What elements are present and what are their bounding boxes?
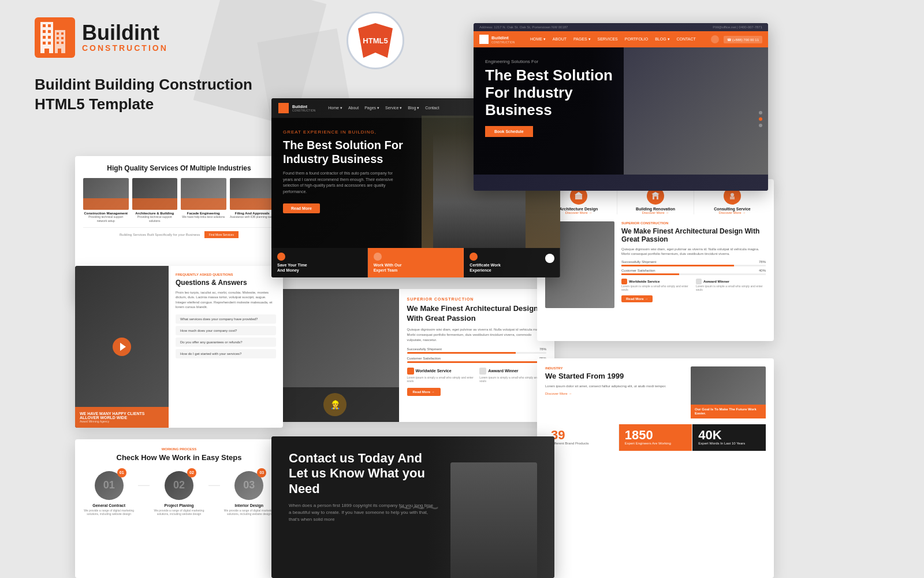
faq-item-3[interactable]: Do you offer any guarantees or refunds? <box>176 338 276 347</box>
arch-right-feature-2: Awward Winner Lorem ipsum is simple a sm… <box>696 279 766 292</box>
arch-right-stat-2: Customer Satisfaction 40% <box>621 269 766 275</box>
hero-bottom-card-3-title: Certificate WorkExperience <box>470 262 554 273</box>
history-stat-1: 39 Different Brand Products <box>545 424 619 451</box>
faq-video-overlay: WE HAVE MANY HAPPY CLIENTS ALLOVER WORLD… <box>75 407 169 428</box>
svg-rect-4 <box>43 30 46 33</box>
process-badge: WORKING PROCESS <box>83 447 275 451</box>
play-button[interactable] <box>113 338 131 356</box>
process-step-2: 02 02 Project Planing We provide a range… <box>153 471 204 516</box>
faq-video: WE HAVE MANY HAPPY CLIENTS ALLOVER WORLD… <box>75 266 169 428</box>
svg-rect-17 <box>61 42 64 44</box>
hero-bottom-card-2: Work With OurExpert Team <box>368 248 464 277</box>
process-steps: 01 01 General Contract We provide a rang… <box>83 471 275 516</box>
svg-rect-19 <box>575 195 582 199</box>
arch-right-read-more-button[interactable]: Read More → <box>621 295 653 302</box>
services-find-more-button[interactable]: Find More Services <box>204 231 239 238</box>
process-step-circle-1: 01 01 <box>95 471 124 500</box>
process-step-num-1: 01 <box>103 479 115 491</box>
contact-squiggle: ~~~ <box>398 494 439 520</box>
history-stat-label-1: Different Brand Products <box>551 442 613 446</box>
history-image-overlay: Our Goal Is To Make The Future Work Easi… <box>691 405 766 418</box>
svg-rect-12 <box>57 32 59 35</box>
hero-bottom-card-1-title: Save Your TimeAnd Money <box>277 262 362 273</box>
faq-item-4[interactable]: How do I get started with your services? <box>176 349 276 358</box>
arch-feature-1: Worldwide Service Lorem ipsum is simply … <box>407 368 474 383</box>
hero-bottom-card-3: Certificate WorkExperience <box>464 248 560 277</box>
faq-item-2[interactable]: How much does your company cost? <box>176 326 276 335</box>
history-inner: INDUSTRY We Started From 1999 Lorem ipsu… <box>537 358 774 578</box>
history-text: INDUSTRY We Started From 1999 Lorem ipsu… <box>545 366 685 395</box>
arch-left-image: 👷 <box>271 289 399 422</box>
arch-services-list: Architecture Design Discover More → Buil… <box>545 187 766 214</box>
history-card: INDUSTRY We Started From 1999 Lorem ipsu… <box>537 358 774 578</box>
history-discover[interactable]: Discover More → <box>545 392 685 395</box>
svg-rect-5 <box>48 30 51 33</box>
arch-service-name-2: Building Renovation <box>622 207 689 211</box>
history-stats: 39 Different Brand Products 1850 Expert … <box>545 424 766 451</box>
arch-right-desc: Quisque dignissim wisi diam, eget pulvin… <box>621 247 766 257</box>
history-title: We Started From 1999 <box>545 372 685 381</box>
svg-rect-13 <box>61 32 64 35</box>
hero-read-more-button[interactable]: Read More <box>283 203 320 213</box>
history-desc: Lorem ipsum dolor sit amet, consect fall… <box>545 384 685 388</box>
arch-services-card: Architecture Design Discover More → Buil… <box>537 179 774 341</box>
brand-section: Buildint CONSTRUCTION Buildint Building … <box>35 17 252 114</box>
logo-text: Buildint CONSTRUCTION <box>82 23 168 53</box>
html5-badge: HTML5 <box>346 12 404 69</box>
arch-service-name-3: Consulting Service <box>699 207 766 211</box>
history-stat-label-2: Expert Engineers Are Working <box>625 442 687 446</box>
dark-hero-button[interactable]: Book Schedule <box>485 126 533 137</box>
svg-rect-1 <box>40 22 53 53</box>
faq-overlay-title: WE HAVE MANY HAPPY CLIENTS ALLOVER WORLD… <box>80 412 164 420</box>
arch-service-discover-2: Discover More → <box>622 211 689 214</box>
history-stat-label-3: Expert Words In Last 10 Years <box>698 442 760 446</box>
arch-feature-2: Awward Winner Lorem ipsum is simply a sm… <box>479 368 546 383</box>
process-step-title-1: General Contract <box>83 503 135 507</box>
service-desc-3: We have help links best solutions <box>181 215 226 219</box>
dark-hero-nav-links: HOME ▾ ABOUT PAGES ▾ SERVICES PORTFOLIO … <box>530 37 696 42</box>
faq-badge: Frequently Asked Questions <box>176 273 276 276</box>
service-item-4: Filing And Approvals Assistance with IDB… <box>230 178 275 223</box>
faq-title: Questions & Answers <box>176 279 276 287</box>
process-step-3: 03 03 Interior Design We provide a range… <box>223 471 275 516</box>
svg-marker-23 <box>651 192 660 194</box>
services-grid: Construction Management Providing techni… <box>83 178 275 223</box>
history-stat-3: 40K Expert Words In Last 10 Years <box>692 424 766 451</box>
faq-overlay-subtitle: Award Winning Agency <box>80 420 164 423</box>
faq-description: Proin leo turpis, iaculist ac, morbi, co… <box>176 290 276 310</box>
hero-title: The Best Solution For Industry Business <box>283 138 410 166</box>
arch-right-label: SUPERIOR CONSTRUCTION <box>621 221 766 225</box>
service-img-2 <box>132 178 178 210</box>
service-item-3: Facade Engineering We have help links be… <box>181 178 226 223</box>
arch-right-text: SUPERIOR CONSTRUCTION We Make Finest Arc… <box>621 221 766 308</box>
process-step-circle-3: 03 03 <box>234 471 263 500</box>
process-step-desc-2: We provide a range of digital marketing … <box>153 509 204 516</box>
svg-rect-8 <box>43 42 46 45</box>
arch-desc: Quisque dignissim wisi diam, eget pulvin… <box>407 327 547 343</box>
arch-right-content: SUPERIOR CONSTRUCTION We Make Finest Arc… <box>399 289 555 422</box>
dark-hero-label: Engineering Solutions For <box>485 59 757 64</box>
arch-title: We Make Finest Architectural Design With… <box>407 304 547 324</box>
arch-right-content-area: SUPERIOR CONSTRUCTION We Make Finest Arc… <box>545 221 766 308</box>
svg-rect-25 <box>730 197 735 199</box>
arch-center-card: 👷 SUPERIOR CONSTRUCTION We Make Finest A… <box>271 289 554 422</box>
svg-rect-22 <box>654 197 657 199</box>
arch-right-title: We Make Finest Architectural Design With… <box>621 227 766 244</box>
history-stat-2: 1850 Expert Engineers Are Working <box>619 424 693 451</box>
page-title: Buildint Building Construction HTML5 Tem… <box>35 75 252 114</box>
services-footer: Building Services Built Specifically for… <box>83 227 275 238</box>
history-top: INDUSTRY We Started From 1999 Lorem ipsu… <box>545 366 766 418</box>
faq-item-1[interactable]: What services does your company have pro… <box>176 314 276 324</box>
contact-card: Contact us Today And Let us Know What yo… <box>271 436 554 578</box>
service-img-1 <box>83 178 129 210</box>
hero-bottom-card-2-title: Work With OurExpert Team <box>374 262 458 273</box>
arch-read-more-button[interactable]: Read More → <box>407 388 441 396</box>
service-img-4 <box>230 178 275 210</box>
worldwide-icon <box>407 368 414 375</box>
history-badge: INDUSTRY <box>545 366 685 370</box>
process-step-title-2: Project Planing <box>153 503 204 507</box>
service-item-2: Architecture & Building Providing techni… <box>132 178 178 223</box>
service-desc-2: Providing technical support solutions <box>132 215 178 223</box>
html5-text: HTML5 <box>363 36 388 45</box>
svg-rect-3 <box>48 24 51 27</box>
